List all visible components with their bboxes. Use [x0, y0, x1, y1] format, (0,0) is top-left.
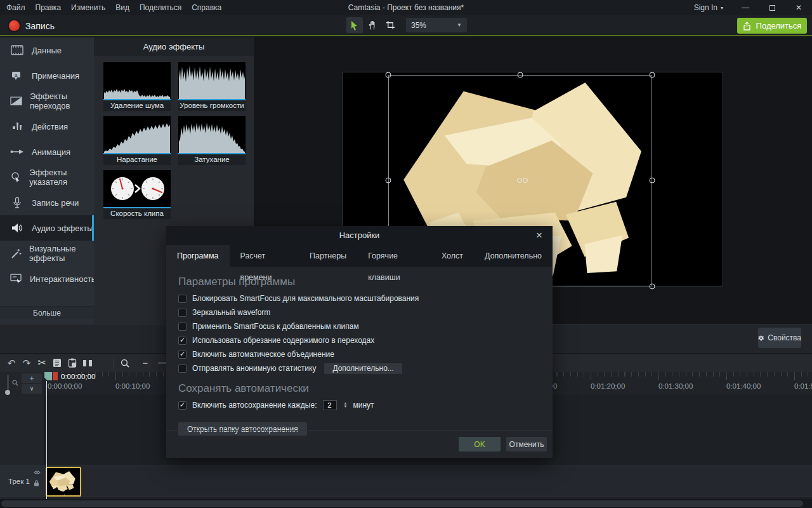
divider	[113, 358, 114, 369]
checkbox[interactable]	[178, 295, 187, 303]
sidebar-item-visual-effects[interactable]: Визуальные эффекты	[0, 241, 94, 266]
sidebar-more-button[interactable]: Больше	[0, 306, 94, 319]
split-icon	[82, 359, 93, 368]
ruler-label: 0:00:00;00	[48, 382, 82, 390]
maximize-icon	[769, 5, 775, 11]
clip-marker-icon: ▲	[62, 493, 67, 497]
animation-arrow-icon	[10, 148, 24, 156]
menu-share[interactable]: Поделиться	[140, 3, 181, 12]
maximize-button[interactable]	[759, 0, 785, 15]
center-anchor-handle[interactable]	[523, 178, 528, 183]
close-button[interactable]: ✕	[785, 0, 812, 15]
scrollbar-thumb[interactable]	[1, 500, 803, 507]
checkbox[interactable]: ✓	[178, 401, 187, 410]
clip-handshake[interactable]: ▲	[46, 467, 81, 497]
sidebar-item-animations[interactable]: Анимация	[0, 139, 94, 164]
checkbox[interactable]: ✓	[178, 351, 187, 359]
resize-handle-mid-right[interactable]	[650, 178, 655, 184]
sidebar-item-audio-effects[interactable]: Аудио эффекты	[0, 215, 94, 241]
stats-more-button[interactable]: Дополнительно...	[324, 363, 402, 374]
undo-button[interactable]: ↶	[4, 356, 19, 371]
film-icon	[10, 45, 24, 55]
split-button[interactable]	[80, 356, 95, 371]
zoom-out-button[interactable]: −	[138, 356, 153, 371]
paste-button[interactable]	[65, 356, 80, 371]
minimize-button[interactable]: —	[732, 0, 759, 15]
sidebar-item-behaviors[interactable]: Действия	[0, 114, 94, 139]
track-lane[interactable]: ▲	[44, 465, 812, 497]
sidebar-item-interactivity[interactable]: Интерактивность	[0, 266, 94, 291]
checkbox[interactable]	[178, 309, 187, 317]
playhead-marker[interactable]	[53, 372, 58, 380]
dialog-tabs: Программа Расчет времени Партнеры Горячи…	[166, 245, 553, 267]
lock-icon[interactable]	[34, 480, 39, 486]
menu-edit[interactable]: Правка	[36, 3, 62, 12]
sidebar-item-transitions[interactable]: Эффекты переходов	[0, 88, 94, 114]
crop-tool-button[interactable]	[382, 17, 398, 33]
waveform-thumbnail	[103, 116, 171, 154]
record-button[interactable]: Запись	[5, 18, 58, 34]
effect-tile-clip-speed[interactable]: Скорость клипа	[103, 170, 171, 219]
resize-handle-top-right[interactable]	[650, 72, 655, 78]
collapse-tracks-button[interactable]: ∨	[22, 384, 42, 394]
option-autosave: ✓ Включить автосохранение каждые: ▲ ▼ ми…	[178, 400, 553, 410]
magnifier-icon	[121, 359, 129, 368]
ok-button[interactable]: OK	[459, 437, 501, 451]
autosave-interval-input[interactable]	[323, 400, 337, 410]
share-button[interactable]: Поделиться	[737, 18, 807, 34]
menu-view[interactable]: Вид	[115, 3, 129, 12]
checkbox[interactable]	[178, 323, 187, 331]
callout-icon: a	[10, 70, 24, 81]
resize-handle-top-center[interactable]	[518, 72, 523, 78]
tab-canvas[interactable]: Холст	[431, 245, 474, 267]
checkbox[interactable]: ✓	[178, 337, 187, 345]
slider-knob[interactable]	[5, 390, 10, 395]
add-track-button[interactable]: +	[22, 373, 42, 383]
resize-handle-mid-left[interactable]	[386, 178, 391, 184]
header-bar: Запись 35% ▼ Поделиться	[0, 15, 812, 36]
effect-tile-fade-out[interactable]: Затухание	[178, 116, 246, 165]
sidebar-item-annotations[interactable]: a Примечания	[0, 63, 94, 88]
sidebar-item-media[interactable]: Данные	[0, 37, 94, 63]
menu-help[interactable]: Справка	[192, 3, 221, 12]
effect-tile-fade-in[interactable]: Нарастание	[103, 116, 171, 165]
cursor-tool-button[interactable]	[346, 17, 363, 33]
track-height-slider[interactable]	[7, 375, 9, 392]
tab-advanced[interactable]: Дополнительно	[474, 245, 553, 267]
sidebar-item-voice-narration[interactable]: Запись речи	[0, 190, 94, 215]
timeline-zoom-button[interactable]	[117, 356, 133, 371]
waveform-thumbnail	[103, 62, 171, 100]
properties-button[interactable]: Свойства	[758, 328, 801, 348]
cut-button[interactable]: ✂	[34, 356, 49, 371]
rotation-handle[interactable]	[517, 178, 522, 183]
cursor-icon	[350, 20, 360, 30]
menu-modify[interactable]: Изменить	[71, 3, 105, 12]
tab-hotkeys[interactable]: Горячие клавиши	[357, 245, 431, 267]
playhead-line[interactable]	[46, 381, 47, 499]
copy-button[interactable]	[49, 356, 65, 371]
number-stepper[interactable]: ▲ ▼	[344, 402, 348, 408]
resize-handle-bottom-right[interactable]	[650, 284, 655, 290]
tab-partners[interactable]: Партнеры	[299, 245, 357, 267]
sign-in-button[interactable]: Sign In ▾	[685, 3, 732, 12]
pan-tool-button[interactable]	[364, 17, 381, 33]
effect-tile-volume-leveling[interactable]: Уровень громкости	[178, 62, 246, 111]
track-header: Трек 1	[0, 465, 44, 497]
behaviors-icon	[10, 121, 24, 131]
ruler-label: 0:01:20;00	[591, 382, 625, 390]
redo-button[interactable]: ↷	[19, 356, 34, 371]
sidebar-item-cursor-effects[interactable]: Эффекты указателя	[0, 164, 94, 190]
cancel-button[interactable]: Отменить	[506, 437, 547, 451]
svg-text:a: a	[15, 72, 18, 78]
checkbox[interactable]	[178, 364, 187, 373]
eye-icon[interactable]	[34, 470, 41, 475]
menu-file[interactable]: Файл	[6, 3, 25, 12]
tab-program[interactable]: Программа	[166, 245, 230, 267]
canvas-zoom-dropdown[interactable]: 35% ▼	[406, 18, 467, 32]
dialog-close-button[interactable]: ✕	[532, 226, 546, 245]
sidebar: Данные a Примечания Эффекты переходов Де…	[0, 37, 94, 324]
tab-timing[interactable]: Расчет времени	[230, 245, 299, 267]
effect-tile-noise-removal[interactable]: Удаление шума	[103, 62, 171, 111]
resize-handle-top-left[interactable]	[386, 72, 391, 78]
stepper-down-icon[interactable]: ▼	[344, 405, 348, 408]
